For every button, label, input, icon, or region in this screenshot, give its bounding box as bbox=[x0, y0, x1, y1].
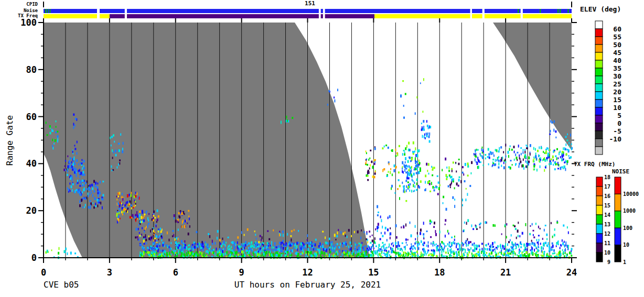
svg-text:12: 12 bbox=[302, 267, 313, 278]
svg-text:0: 0 bbox=[31, 252, 37, 263]
svg-text:15: 15 bbox=[613, 96, 621, 104]
svg-text:16: 16 bbox=[604, 193, 610, 199]
svg-text:18: 18 bbox=[434, 267, 445, 278]
svg-text:60: 60 bbox=[26, 112, 37, 122]
svg-text:9: 9 bbox=[607, 259, 610, 265]
rti-plot-page: CPID Noise TX Freq 151 ELEV (deg) TX FRQ… bbox=[0, 0, 644, 297]
svg-text:11: 11 bbox=[604, 240, 610, 246]
svg-text:80: 80 bbox=[26, 64, 37, 75]
rti-plot-canvas: 0369121518212402040608010060555045403530… bbox=[0, 0, 644, 297]
svg-text:21: 21 bbox=[500, 267, 511, 278]
svg-text:10000: 10000 bbox=[623, 191, 639, 197]
svg-text:40: 40 bbox=[613, 57, 621, 64]
svg-text:6: 6 bbox=[173, 267, 178, 278]
svg-text:5: 5 bbox=[617, 112, 621, 119]
svg-text:-5: -5 bbox=[613, 127, 621, 135]
top-status-bars bbox=[43, 2, 572, 18]
svg-text:50: 50 bbox=[613, 41, 621, 49]
svg-text:10: 10 bbox=[604, 250, 610, 256]
svg-text:17: 17 bbox=[604, 184, 610, 190]
svg-text:100: 100 bbox=[20, 17, 37, 28]
svg-text:13: 13 bbox=[604, 222, 610, 227]
svg-text:1000: 1000 bbox=[623, 208, 636, 214]
svg-text:0: 0 bbox=[617, 119, 621, 127]
svg-text:100: 100 bbox=[623, 225, 632, 231]
svg-text:3: 3 bbox=[107, 267, 112, 278]
svg-text:25: 25 bbox=[613, 80, 621, 88]
svg-text:9: 9 bbox=[239, 267, 244, 278]
svg-text:45: 45 bbox=[613, 49, 621, 57]
svg-text:1: 1 bbox=[623, 259, 626, 265]
svg-text:-10: -10 bbox=[609, 135, 622, 143]
svg-text:0: 0 bbox=[41, 267, 46, 278]
svg-text:40: 40 bbox=[26, 158, 37, 169]
svg-text:10: 10 bbox=[623, 242, 629, 248]
svg-text:24: 24 bbox=[566, 267, 577, 278]
svg-text:35: 35 bbox=[613, 64, 621, 72]
svg-text:60: 60 bbox=[613, 25, 621, 33]
svg-text:30: 30 bbox=[613, 72, 621, 80]
svg-text:14: 14 bbox=[604, 212, 610, 218]
svg-text:12: 12 bbox=[604, 231, 610, 237]
svg-text:55: 55 bbox=[613, 33, 621, 41]
svg-text:20: 20 bbox=[26, 205, 37, 216]
svg-text:20: 20 bbox=[613, 88, 621, 96]
svg-text:15: 15 bbox=[368, 267, 379, 278]
svg-text:15: 15 bbox=[604, 203, 610, 208]
color-legends: 605550454035302520151050-5-1018171615141… bbox=[595, 21, 639, 265]
svg-text:18: 18 bbox=[604, 174, 610, 180]
svg-text:10: 10 bbox=[613, 104, 621, 112]
